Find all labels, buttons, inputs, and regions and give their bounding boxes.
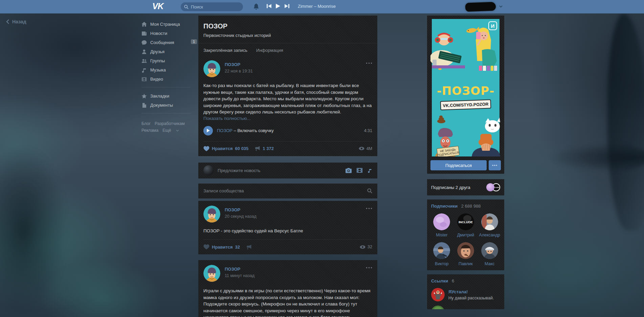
next-track-icon[interactable] xyxy=(285,4,289,8)
svg-text:И: И xyxy=(491,23,495,29)
subscriber-dmitriy[interactable]: INCLUDE Дмитрий xyxy=(455,213,476,237)
post-author-link[interactable]: ПОЗОР xyxy=(225,207,257,212)
friends-subscribed-avatars: INCLUDE xyxy=(486,183,500,191)
sidebar-item-messages[interactable]: Сообщения 1 xyxy=(141,38,192,47)
sidebar-divider xyxy=(141,113,191,113)
share-button[interactable] xyxy=(246,245,252,250)
subscriber-pavlik[interactable]: Павлик xyxy=(455,242,476,266)
wall-search-card[interactable] xyxy=(198,184,377,198)
post-author-avatar[interactable] xyxy=(203,206,220,223)
group-banner-image[interactable]: И -ПОЗОР- VK.COM/STYD.POZOR xyxy=(430,19,501,156)
search-icon xyxy=(184,5,188,9)
share-button[interactable]: 1 372 xyxy=(254,146,274,151)
footer-link-developers[interactable]: Разработчикам xyxy=(155,121,185,126)
group-wall-card: ПОЗОР Первоисточник стыдных историй Закр… xyxy=(198,16,377,156)
post-date[interactable]: 20 секунд назад xyxy=(225,214,257,219)
link-avatar xyxy=(431,288,445,301)
subscriber-aleksandr[interactable]: Александр xyxy=(479,213,500,237)
video-attach-icon[interactable] xyxy=(357,168,362,173)
messages-icon xyxy=(141,40,147,45)
chevron-down-icon[interactable] xyxy=(499,5,503,8)
tab-pinned-post[interactable]: Закреплённая запись xyxy=(203,48,247,53)
sidebar-item-my-page[interactable]: Моя Страница xyxy=(141,20,192,29)
audio-play-button[interactable] xyxy=(203,126,213,135)
likes-count: 60 035 xyxy=(235,146,249,151)
left-nav: Моя Страница Новости Сообщения 1 Друзья … xyxy=(141,20,192,134)
global-search[interactable] xyxy=(181,2,243,11)
audio-artist-link[interactable]: ПОЗОР xyxy=(217,128,232,133)
footer-link-more[interactable]: Ещё xyxy=(162,128,171,133)
suggest-news-placeholder[interactable]: Предложите новость xyxy=(218,168,260,173)
post-actions-icon[interactable] xyxy=(366,208,372,209)
chevron-down-icon[interactable] xyxy=(176,130,179,132)
sidebar-item-video[interactable]: Видео xyxy=(141,75,192,84)
heart-icon xyxy=(203,146,209,151)
subscribers-link[interactable]: Подписчики xyxy=(431,204,458,209)
subscriber-maks[interactable]: Макс xyxy=(479,242,500,266)
subscribers-card: Подписчики 2 688 988 Mister INCLUDE Дмит… xyxy=(427,199,504,270)
post-actions-icon[interactable] xyxy=(366,267,372,269)
wall-search-input[interactable] xyxy=(203,188,367,193)
music-attach-icon[interactable] xyxy=(368,168,372,173)
current-user-avatar[interactable] xyxy=(203,165,214,175)
back-button[interactable]: Назад xyxy=(6,19,26,24)
sidebar-item-music[interactable]: Музыка xyxy=(141,65,192,75)
post-text: Играли с друзьями в пк игры (по сети ест… xyxy=(203,288,372,317)
play-icon[interactable] xyxy=(276,4,280,8)
post-author-avatar[interactable] xyxy=(203,60,220,77)
suggest-news-card[interactable]: Предложите новость xyxy=(198,163,377,178)
friends-icon xyxy=(141,49,147,55)
bookmarks-star-icon xyxy=(141,93,147,99)
search-input[interactable] xyxy=(191,4,238,9)
tab-information[interactable]: Информация xyxy=(256,48,283,53)
post-date[interactable]: 11 минут назад xyxy=(225,273,254,278)
audio-duration: 4:31 xyxy=(364,128,372,133)
notifications-bell-icon[interactable] xyxy=(253,3,259,10)
post-footer: Нравится 60 035 1 372 4M xyxy=(203,142,372,156)
footer-link-blog[interactable]: Блог xyxy=(141,121,151,126)
friend-avatar[interactable] xyxy=(486,183,494,191)
documents-icon xyxy=(141,103,147,108)
profile-menu-censored[interactable] xyxy=(465,2,496,12)
group-status[interactable]: Первоисточник стыдных историй xyxy=(203,33,372,38)
wallpaper-branch xyxy=(548,142,644,173)
music-icon xyxy=(141,67,147,73)
subscriber-mister[interactable]: Mister xyxy=(431,213,452,237)
sidebar-item-documents[interactable]: Документы xyxy=(141,101,192,110)
sidebar-item-groups[interactable]: Группы xyxy=(141,56,192,65)
footer-link-ads[interactable]: Реклама xyxy=(141,128,158,133)
sidebar-item-news[interactable]: Новости xyxy=(141,29,192,38)
wall-post-card: ПОЗОР 20 секунд назад ПОЗОР - это судейс… xyxy=(198,201,377,255)
post-author-link[interactable]: ПОЗОР xyxy=(225,267,254,272)
prev-track-icon[interactable] xyxy=(267,4,271,8)
post-text: ПОЗОР - это судейство судей на Версус Ба… xyxy=(203,228,372,234)
post-header: ПОЗОР 20 секунд назад xyxy=(203,206,372,223)
now-playing-track[interactable]: Zimmer – Moonrise xyxy=(298,4,336,9)
like-button[interactable]: Нравится 60 035 xyxy=(203,146,248,151)
post-author-link[interactable]: ПОЗОР xyxy=(225,62,253,67)
megaphone-icon xyxy=(254,146,260,151)
vk-logo[interactable]: VK xyxy=(152,1,163,11)
audio-track-title[interactable]: Включить озвучку xyxy=(237,128,273,133)
link-item[interactable]: ЯУстала! Ну давай рассказывай. xyxy=(431,288,500,301)
post-header: ПОЗОР 22 ноя в 19:31 xyxy=(203,60,372,77)
group-title: ПОЗОР xyxy=(203,22,372,30)
avatar xyxy=(433,213,450,230)
camera-icon[interactable] xyxy=(346,168,352,173)
like-button[interactable]: Нравится 32 xyxy=(203,244,240,250)
friends-subscribed-card[interactable]: Подписаны 2 друга INCLUDE xyxy=(427,179,504,195)
more-actions-button[interactable]: ••• xyxy=(489,160,501,170)
links-link[interactable]: Ссылки xyxy=(431,278,448,283)
search-icon[interactable] xyxy=(367,188,372,193)
subscriber-viktor[interactable]: Виктор xyxy=(431,242,452,266)
messages-unread-badge: 1 xyxy=(191,39,197,44)
sidebar-item-friends[interactable]: Друзья xyxy=(141,47,192,56)
post-date[interactable]: 22 ноя в 19:31 xyxy=(225,69,253,73)
post-actions-icon[interactable] xyxy=(366,62,372,64)
subscribe-button[interactable]: Подписаться xyxy=(430,160,487,170)
post-author-avatar[interactable] xyxy=(203,265,220,282)
link-item-partial[interactable] xyxy=(431,305,500,309)
sidebar-divider xyxy=(141,87,191,87)
show-more-link[interactable]: Показать полностью... xyxy=(203,116,372,121)
sidebar-item-bookmarks[interactable]: Закладки xyxy=(141,91,192,101)
